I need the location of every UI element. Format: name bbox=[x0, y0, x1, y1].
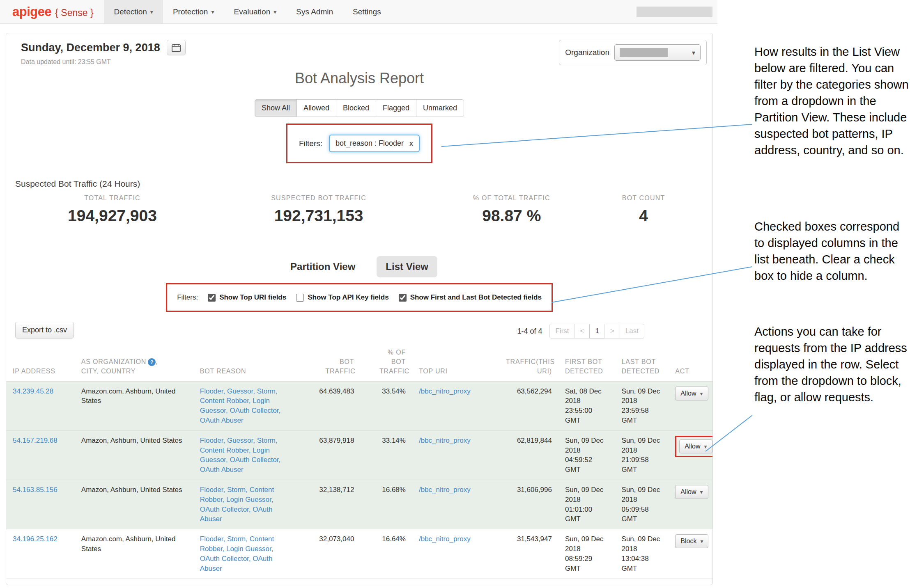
remove-filter-icon[interactable]: x bbox=[409, 140, 413, 147]
last-bot-detected-cell: Sun, 09 Dec 2018 13:04:38 GMT bbox=[615, 529, 669, 579]
pct-bot-traffic-cell: 33.14% bbox=[361, 430, 412, 480]
col-header-pct-bot-traffic[interactable]: % OF BOT TRAFFIC bbox=[361, 344, 412, 381]
help-icon[interactable]: ? bbox=[148, 358, 156, 366]
bot-traffic-cell: 64,639,483 bbox=[292, 381, 361, 430]
header-text: , bbox=[156, 358, 158, 365]
export-csv-button[interactable]: Export to .csv bbox=[15, 322, 74, 339]
col-header-first-bot-detected[interactable]: FIRST BOT DETECTED bbox=[558, 344, 615, 381]
bot-reason-links[interactable]: Flooder, Guessor, Storm, Content Robber,… bbox=[200, 387, 281, 424]
col-header-bot-reason[interactable]: BOT REASON bbox=[193, 344, 292, 381]
pct-bot-traffic-cell: 16.64% bbox=[361, 529, 412, 579]
stat-pct-total-traffic: % OF TOTAL TRAFFIC 98.87 % bbox=[434, 194, 589, 225]
column-filters-label: Filters: bbox=[177, 293, 198, 302]
stat-total-traffic: TOTAL TRAFFIC 194,927,903 bbox=[21, 194, 204, 225]
apigee-sense-logo[interactable]: apigee { Sense } bbox=[0, 5, 104, 19]
checkbox-group-show-first-last-bot[interactable]: Show First and Last Bot Detected fields bbox=[399, 293, 542, 302]
nav-item-protection[interactable]: Protection ▾ bbox=[163, 0, 224, 23]
partition-view-tab[interactable]: Partition View bbox=[281, 256, 364, 277]
action-dropdown-block[interactable]: Block ▾ bbox=[675, 534, 708, 548]
action-dropdown-allow[interactable]: Allow ▾ bbox=[679, 439, 712, 453]
stat-label: BOT COUNT bbox=[589, 194, 698, 202]
stat-value: 4 bbox=[589, 207, 698, 225]
report-panel: Sunday, December 9, 2018 Data updated un… bbox=[6, 33, 713, 585]
as-organization-cell: Amazon, Ashburn, United States bbox=[75, 480, 193, 529]
stat-bot-count: BOT COUNT 4 bbox=[589, 194, 698, 225]
organization-selector: Organization ▾ bbox=[559, 40, 707, 65]
ip-link[interactable]: 34.196.25.162 bbox=[13, 535, 57, 543]
apigee-logo-text: apigee bbox=[12, 5, 51, 19]
bot-reason-links[interactable]: Flooder, Storm, Content Robber, Login Gu… bbox=[200, 535, 274, 572]
checkbox-label: Show Top API Key fields bbox=[308, 293, 388, 302]
bot-reason-links[interactable]: Flooder, Storm, Content Robber, Login Gu… bbox=[200, 486, 274, 523]
nav-item-settings[interactable]: Settings bbox=[343, 0, 391, 23]
bot-reason-links[interactable]: Flooder, Guessor, Storm, Content Robber,… bbox=[200, 437, 281, 474]
top-uri-link[interactable]: /bbc_nitro_proxy bbox=[419, 486, 471, 494]
list-view-tab[interactable]: List View bbox=[377, 256, 437, 277]
filter-chip-bot-reason-flooder[interactable]: bot_reason : Flooder x bbox=[329, 135, 420, 152]
annotation-box-filter-chip: Filters: bot_reason : Flooder x bbox=[286, 124, 432, 163]
panel-header: Sunday, December 9, 2018 Data updated un… bbox=[21, 40, 698, 66]
col-header-top-uri[interactable]: TOP URI bbox=[412, 344, 494, 381]
as-organization-cell: Amazon.com, Ashburn, United States bbox=[75, 529, 193, 579]
page-title: Bot Analysis Report bbox=[21, 70, 698, 87]
header-text: BOT TRAFFIC bbox=[325, 357, 354, 376]
ip-link[interactable]: 34.239.45.28 bbox=[13, 387, 53, 395]
pagination-next-button[interactable]: > bbox=[604, 324, 620, 339]
col-header-act[interactable]: ACT bbox=[669, 344, 712, 381]
calendar-button[interactable] bbox=[167, 40, 186, 55]
show-top-api-key-checkbox[interactable] bbox=[296, 294, 304, 302]
top-uri-link[interactable]: /bbc_nitro_proxy bbox=[419, 437, 471, 444]
show-top-uri-checkbox[interactable] bbox=[208, 294, 216, 302]
top-uri-link[interactable]: /bbc_nitro_proxy bbox=[419, 535, 471, 543]
header-text: CITY, COUNTRY bbox=[81, 368, 136, 375]
checkbox-group-show-top-uri[interactable]: Show Top URI fields bbox=[208, 293, 286, 302]
caret-down-icon: ▾ bbox=[700, 538, 703, 545]
pagination-first-button[interactable]: First bbox=[549, 324, 574, 339]
tab-blocked[interactable]: Blocked bbox=[336, 99, 376, 117]
nav-item-evaluation[interactable]: Evaluation ▾ bbox=[224, 0, 286, 23]
nav-item-sys-admin[interactable]: Sys Admin bbox=[286, 0, 343, 23]
action-label: Allow bbox=[680, 390, 696, 397]
pagination-summary: 1-4 of 4 bbox=[517, 327, 542, 336]
action-label: Allow bbox=[680, 488, 696, 496]
col-header-as-organization[interactable]: AS ORGANIZATION?, CITY, COUNTRY bbox=[75, 344, 193, 381]
tab-unmarked[interactable]: Unmarked bbox=[416, 99, 464, 117]
ip-link[interactable]: 54.163.85.156 bbox=[13, 486, 57, 494]
report-date: Sunday, December 9, 2018 bbox=[21, 41, 160, 54]
view-switcher: Partition View List View bbox=[21, 256, 698, 277]
col-header-ip-address[interactable]: IP ADDRESS bbox=[6, 344, 75, 381]
nav-label-settings: Settings bbox=[353, 7, 381, 16]
ip-link[interactable]: 54.157.219.68 bbox=[13, 437, 57, 444]
pagination-prev-button[interactable]: < bbox=[574, 324, 590, 339]
action-dropdown-allow[interactable]: Allow ▾ bbox=[675, 387, 708, 400]
stat-label: % OF TOTAL TRAFFIC bbox=[434, 194, 589, 202]
tab-flagged[interactable]: Flagged bbox=[376, 99, 416, 117]
redacted-organization-value bbox=[620, 48, 668, 57]
checkbox-group-show-top-api-key[interactable]: Show Top API Key fields bbox=[296, 293, 388, 302]
col-header-bot-traffic[interactable]: BOT TRAFFIC bbox=[292, 344, 361, 381]
annotation-text-actions: Actions you can take for requests from t… bbox=[754, 323, 910, 405]
organization-label: Organization bbox=[565, 48, 609, 57]
pct-bot-traffic-cell: 33.54% bbox=[361, 381, 412, 430]
tab-allowed[interactable]: Allowed bbox=[296, 99, 336, 117]
last-bot-detected-cell: Sun, 09 Dec 2018 05:09:58 GMT bbox=[615, 480, 669, 529]
annotation-box-column-filters: Filters: Show Top URI fields Show Top AP… bbox=[166, 283, 553, 312]
bot-traffic-table: IP ADDRESS AS ORGANIZATION?, CITY, COUNT… bbox=[6, 344, 712, 579]
table-row: 54.157.219.68 Amazon, Ashburn, United St… bbox=[6, 430, 712, 480]
pagination-last-button[interactable]: Last bbox=[620, 324, 644, 339]
tab-show-all[interactable]: Show All bbox=[255, 99, 297, 117]
nav-item-detection[interactable]: Detection ▾ bbox=[104, 0, 163, 23]
show-first-last-bot-checkbox[interactable] bbox=[399, 294, 407, 302]
last-bot-detected-cell: Sun, 09 Dec 2018 21:09:58 GMT bbox=[615, 430, 669, 480]
col-header-traffic-this-uri[interactable]: TRAFFIC(THIS URI) bbox=[494, 344, 558, 381]
pagination-page-1-button[interactable]: 1 bbox=[589, 324, 604, 339]
date-block: Sunday, December 9, 2018 Data updated un… bbox=[21, 40, 186, 66]
traffic-this-uri-cell: 31,543,947 bbox=[494, 529, 558, 579]
status-tabs: Show All Allowed Blocked Flagged Unmarke… bbox=[21, 99, 698, 117]
traffic-this-uri-cell: 63,562,294 bbox=[494, 381, 558, 430]
nav-label-evaluation: Evaluation bbox=[234, 7, 270, 16]
top-uri-link[interactable]: /bbc_nitro_proxy bbox=[419, 387, 471, 395]
col-header-last-bot-detected[interactable]: LAST BOT DETECTED bbox=[615, 344, 669, 381]
action-dropdown-allow[interactable]: Allow ▾ bbox=[675, 485, 708, 499]
organization-dropdown[interactable]: ▾ bbox=[614, 44, 701, 61]
